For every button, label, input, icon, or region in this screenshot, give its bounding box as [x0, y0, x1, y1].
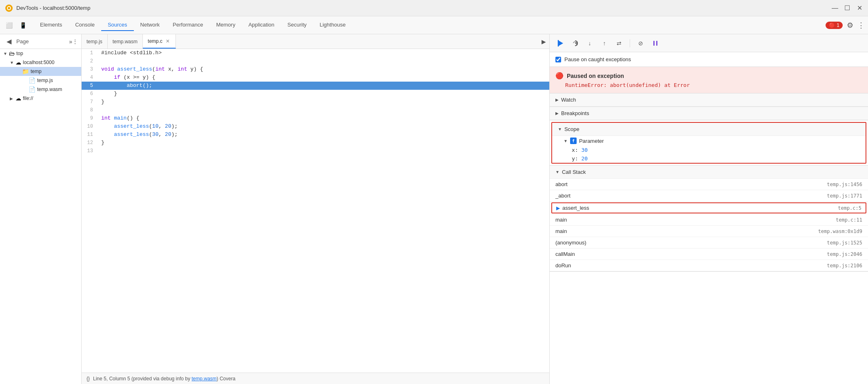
tab-console[interactable]: Console	[69, 19, 101, 31]
step-out-button[interactable]: ↑	[599, 38, 610, 49]
breakpoints-header[interactable]: ▶ Breakpoints	[550, 107, 868, 120]
inspect-icon-button[interactable]: ⬜	[3, 20, 15, 31]
frame-loc-dorun: temp.js:2106	[827, 263, 862, 269]
call-stack-frame-assert-less[interactable]: ▶ assert_less temp.c:5	[551, 202, 866, 213]
code-text-3: void assert_less(int x, int y) {	[98, 65, 206, 73]
debug-toolbar: ↷ ↓ ↑ ⇄ ⊘	[550, 34, 868, 52]
tab-memory[interactable]: Memory	[210, 19, 242, 31]
call-stack-frame-anonymous[interactable]: (anonymous) temp.js:1525	[550, 237, 868, 249]
code-text-11: assert_less(30, 20);	[98, 131, 181, 139]
deactivate-button[interactable]: ⊘	[635, 38, 646, 49]
tab-label-temp-c: temp.c	[148, 38, 162, 44]
code-text-6: }	[98, 90, 120, 98]
temp-wasm-link[interactable]: temp.wasm	[192, 376, 217, 382]
scope-header[interactable]: ▼ Scope	[552, 123, 866, 136]
exception-header: 🔴 Paused on exception	[555, 72, 862, 80]
frame-loc-_abort: temp.js:1771	[827, 193, 862, 199]
step-over-button[interactable]: ↷	[569, 38, 581, 49]
frame-fn-callmain: callMain	[555, 251, 575, 257]
close-tab-button[interactable]: ✕	[165, 38, 171, 44]
pause-on-exception-button[interactable]	[650, 38, 661, 49]
error-count: 1	[837, 22, 839, 28]
code-text-8	[98, 106, 108, 114]
resume-button[interactable]	[555, 38, 566, 49]
line-number-9: 9	[82, 114, 98, 122]
call-stack-frame-_abort[interactable]: _abort temp.js:1771	[550, 190, 868, 202]
exception-title: Paused on exception	[567, 73, 624, 79]
format-icon[interactable]: {}	[87, 376, 90, 382]
tree-item-temp-folder[interactable]: 📁 temp	[0, 67, 81, 76]
code-line-8: 8	[82, 106, 549, 114]
code-text-12: }	[98, 139, 108, 147]
line-number-4: 4	[82, 73, 98, 82]
restore-button[interactable]: ☐	[844, 4, 851, 12]
watch-label: Watch	[561, 97, 576, 103]
file-tree-chevron-button[interactable]: »	[69, 38, 72, 45]
frame-fn-assert-less: ▶ assert_less	[556, 205, 589, 211]
tree-label-temp-js: temp.js	[37, 78, 53, 83]
line-number-3: 3	[82, 65, 98, 73]
frame-fn-main-c: main	[555, 217, 567, 223]
chevron-right-icon: ▶	[555, 111, 559, 115]
call-stack-frame-main-c[interactable]: main temp.c:11	[550, 214, 868, 226]
call-stack-frame-main-wasm[interactable]: main temp.wasm:0x1d9	[550, 226, 868, 237]
code-editor[interactable]: 1 #include <stdlib.h> 2 3 void assert_le…	[82, 49, 549, 373]
status-text: Line 5, Column 5 (provided via debug inf…	[93, 376, 235, 382]
tab-application[interactable]: Application	[242, 19, 281, 31]
title-bar: DevTools - localhost:5000/temp — ☐ ✕	[0, 0, 868, 16]
minimize-button[interactable]: —	[831, 4, 839, 12]
parameter-type-icon: f	[570, 138, 577, 144]
source-tab-temp-wasm[interactable]: temp.wasm	[108, 34, 143, 49]
call-stack-frame-dorun[interactable]: doRun temp.js:2106	[550, 260, 868, 271]
line-number-11: 11	[82, 131, 98, 139]
source-tab-arrow-button[interactable]: ▶	[538, 38, 549, 45]
settings-button[interactable]: ⚙	[847, 21, 853, 30]
tab-elements[interactable]: Elements	[33, 19, 69, 31]
collapse-file-tree-button[interactable]: ◀	[3, 36, 15, 47]
call-stack-frame-callmain[interactable]: callMain temp.js:2046	[550, 249, 868, 260]
tree-item-top[interactable]: ▼ 🗁 top	[0, 49, 81, 58]
tab-label-temp-js: temp.js	[87, 39, 102, 44]
menu-icons-group: ⬜ 📱	[3, 20, 29, 31]
call-stack-frame-abort[interactable]: abort temp.js:1456	[550, 179, 868, 190]
current-frame-arrow-icon: ▶	[556, 205, 560, 211]
scope-parameter-row[interactable]: ▼ f Parameter	[552, 136, 866, 146]
close-button[interactable]: ✕	[856, 4, 863, 12]
error-badge[interactable]: 🔴 1	[826, 22, 843, 29]
tree-item-localhost[interactable]: ▼ ☁ localhost:5000	[0, 58, 81, 67]
watch-header[interactable]: ▶ Watch	[550, 93, 868, 107]
tab-lighthouse[interactable]: Lighthouse	[313, 19, 352, 31]
tree-item-file[interactable]: ▶ ☁ file://	[0, 94, 81, 103]
frame-fn-anonymous: (anonymous)	[555, 240, 586, 246]
tree-item-temp-js[interactable]: 📄 temp.js	[0, 76, 81, 85]
step-button[interactable]: ⇄	[613, 38, 625, 49]
tree-item-temp-wasm[interactable]: 📄 temp.wasm	[0, 85, 81, 94]
debug-body[interactable]: Pause on caught exceptions 🔴 Paused on e…	[550, 52, 868, 384]
source-area: temp.js temp.wasm temp.c ✕ ▶ 1 #include …	[82, 34, 550, 384]
parameter-label: Parameter	[579, 138, 604, 144]
code-text-10: assert_less(10, 20);	[98, 122, 181, 131]
tab-network[interactable]: Network	[134, 19, 166, 31]
code-line-9: 9 int main() {	[82, 114, 549, 122]
svg-text:↑: ↑	[603, 40, 606, 47]
code-line-5: 5 abort();	[82, 82, 549, 90]
file-tree-header: ◀ Page » ⋮	[0, 34, 81, 49]
source-tab-temp-c[interactable]: temp.c ✕	[143, 34, 176, 49]
more-button[interactable]: ⋮	[857, 21, 865, 30]
code-text-2	[98, 57, 108, 65]
device-icon-button[interactable]: 📱	[17, 20, 29, 31]
line-number-7: 7	[82, 98, 98, 106]
svg-text:⇄: ⇄	[617, 40, 622, 47]
source-tab-temp-js[interactable]: temp.js	[82, 34, 108, 49]
file-tree-more-button[interactable]: ⋮	[72, 38, 78, 45]
tab-sources[interactable]: Sources	[101, 19, 134, 31]
tab-performance[interactable]: Performance	[166, 19, 209, 31]
folder-icon: 📁	[22, 68, 29, 75]
code-line-13: 13	[82, 147, 549, 155]
chevron-down-icon: ▼	[555, 170, 559, 174]
call-stack-header[interactable]: ▼ Call Stack	[550, 165, 868, 179]
step-into-button[interactable]: ↓	[584, 38, 595, 49]
tab-security[interactable]: Security	[281, 19, 313, 31]
code-line-2: 2	[82, 57, 549, 65]
pause-caught-checkbox[interactable]	[555, 57, 561, 62]
